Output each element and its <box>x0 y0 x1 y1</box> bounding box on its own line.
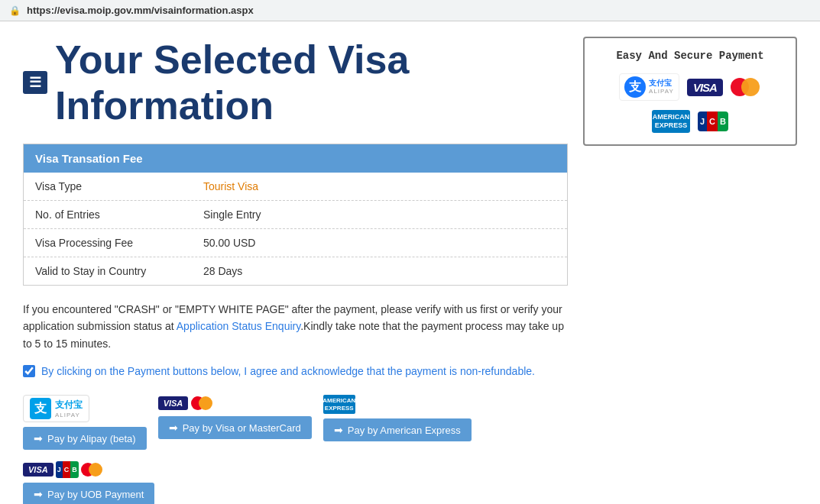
table-header: Visa Transation Fee <box>24 144 567 173</box>
mc-orange2 <box>89 463 102 477</box>
widget-alipay-icon: 支 <box>624 76 646 98</box>
url-prefix: https:// <box>27 5 60 16</box>
alipay-sub-text: ALIPAY <box>55 412 83 418</box>
mc-orange-circle <box>199 396 212 410</box>
widget-alipay-text: 支付宝 ALIPAY <box>649 79 674 95</box>
notice-text: If you encountered "CRASH" or "EMPTY WHI… <box>23 301 568 352</box>
page-title-section: ☰ Your Selected Visa Information <box>23 37 568 128</box>
amex-logos: AMERICAN EXPRESS <box>323 395 355 414</box>
title-icon: ☰ <box>23 71 47 94</box>
uob-button[interactable]: ➡ Pay by UOB Payment <box>23 483 154 504</box>
uob-mc-logo <box>81 461 105 478</box>
widget-amex-text1: AMERICAN <box>653 113 690 121</box>
agree-checkbox[interactable] <box>23 365 35 377</box>
stay-label: Valid to Stay in Country <box>35 265 203 277</box>
agree-section: By clicking on the Payment buttons below… <box>23 363 568 380</box>
application-status-link[interactable]: Application Status Enquiry <box>177 320 300 332</box>
jcb-r: C <box>63 461 71 478</box>
mastercard-logo <box>191 395 216 412</box>
alipay-option: 支 支付宝 ALIPAY ➡ Pay by Alipay (beta) <box>23 395 147 450</box>
stay-value: 28 Days <box>203 265 242 277</box>
widget-logos-row1: 支 支付宝 ALIPAY VISA <box>596 73 784 101</box>
url-text: https://evisa.moip.gov.mm/visainformatio… <box>27 5 254 16</box>
alipay-label: 支付宝 ALIPAY <box>55 399 83 418</box>
fee-label: Visa Processing Fee <box>35 237 203 249</box>
page-container: ☰ Your Selected Visa Information Visa Tr… <box>0 21 820 504</box>
amex-button[interactable]: ➡ Pay by American Express <box>323 418 472 441</box>
url-path: /visainformation.aspx <box>151 5 254 16</box>
visa-mc-button[interactable]: ➡ Pay by Visa or MasterCard <box>158 416 312 439</box>
payment-buttons: 支 支付宝 ALIPAY ➡ Pay by Alipay (beta) VISA <box>23 395 568 450</box>
visa-mc-button-label: Pay by Visa or MasterCard <box>183 422 301 434</box>
jcb-b: J <box>56 461 63 478</box>
arrow-icon: ➡ <box>334 424 343 436</box>
visa-type-value: Tourist Visa <box>203 180 258 192</box>
uob-button-label: Pay by UOB Payment <box>47 489 144 500</box>
table-row: Visa Processing Fee 50.00 USD <box>24 229 567 257</box>
visa-info-table: Visa Transation Fee Visa Type Tourist Vi… <box>23 144 568 286</box>
arrow-icon: ➡ <box>34 432 43 444</box>
widget-visa-logo: VISA <box>687 79 723 96</box>
widget-jcb-logo: J C B <box>698 111 728 131</box>
jcb-green-segment: B <box>718 111 728 131</box>
widget-alipay-name: 支付宝 <box>649 79 674 88</box>
url-domain: evisa.moip.gov.mm <box>60 5 151 16</box>
agree-text: By clicking on the Payment buttons below… <box>41 363 535 380</box>
uob-visa-logo: VISA <box>23 463 53 477</box>
amex-text1: AMERICAN <box>322 397 355 405</box>
table-row: Valid to Stay in Country 28 Days <box>24 257 567 285</box>
widget-title: Easy And Secure Payment <box>596 50 784 62</box>
visa-mc-option: VISA ➡ Pay by Visa or MasterCard <box>158 395 312 450</box>
page-title: Your Selected Visa Information <box>55 37 568 128</box>
entries-label: No. of Entries <box>35 208 203 221</box>
amex-text2: EXPRESS <box>325 405 354 412</box>
amex-logo: AMERICAN EXPRESS <box>323 395 355 414</box>
visa-logo: VISA <box>158 396 189 410</box>
uob-jcb-logo: J C B <box>56 461 79 478</box>
visa-type-label: Visa Type <box>35 180 203 192</box>
widget-mc-logo <box>731 77 761 97</box>
widget-alipay-logo: 支 支付宝 ALIPAY <box>619 73 679 101</box>
entries-value: Single Entry <box>203 208 261 221</box>
widget-alipay-sub: ALIPAY <box>649 88 674 95</box>
visa-mc-logos: VISA <box>158 395 216 412</box>
amex-button-label: Pay by American Express <box>348 425 461 436</box>
widget-amex-text2: EXPRESS <box>655 121 688 130</box>
amex-option: AMERICAN EXPRESS ➡ Pay by American Expre… <box>323 395 472 450</box>
jcb-g: B <box>70 461 79 478</box>
fee-value: 50.00 USD <box>203 237 255 249</box>
alipay-logos: 支 支付宝 ALIPAY <box>23 395 89 422</box>
widget-amex-logo: AMERICAN EXPRESS <box>652 110 690 133</box>
widget-logos-row2: AMERICAN EXPRESS J C B <box>596 110 784 133</box>
lock-icon: 🔒 <box>9 5 21 16</box>
arrow-icon: ➡ <box>34 488 43 500</box>
uob-option: VISA J C B ➡ Pay by UOB Payment <box>23 461 154 504</box>
arrow-icon: ➡ <box>169 422 178 434</box>
table-row: No. of Entries Single Entry <box>24 201 567 229</box>
uob-logos: VISA J C B <box>23 461 105 478</box>
main-content: ☰ Your Selected Visa Information Visa Tr… <box>23 37 568 504</box>
payment-widget: Easy And Secure Payment 支 支付宝 ALIPAY VIS… <box>583 37 797 146</box>
jcb-red-segment: C <box>707 111 718 131</box>
mc-orange-circle <box>741 78 760 96</box>
alipay-button-label: Pay by Alipay (beta) <box>47 433 136 444</box>
alipay-main-text: 支付宝 <box>55 399 83 412</box>
alipay-icon: 支 <box>30 398 51 419</box>
payment-buttons-row2: VISA J C B ➡ Pay by UOB Payment <box>23 461 568 504</box>
table-row: Visa Type Tourist Visa <box>24 173 567 201</box>
alipay-button[interactable]: ➡ Pay by Alipay (beta) <box>23 427 147 450</box>
alipay-logo: 支 支付宝 ALIPAY <box>23 395 89 422</box>
address-bar: 🔒 https://evisa.moip.gov.mm/visainformat… <box>0 0 820 21</box>
jcb-blue-segment: J <box>698 111 707 131</box>
